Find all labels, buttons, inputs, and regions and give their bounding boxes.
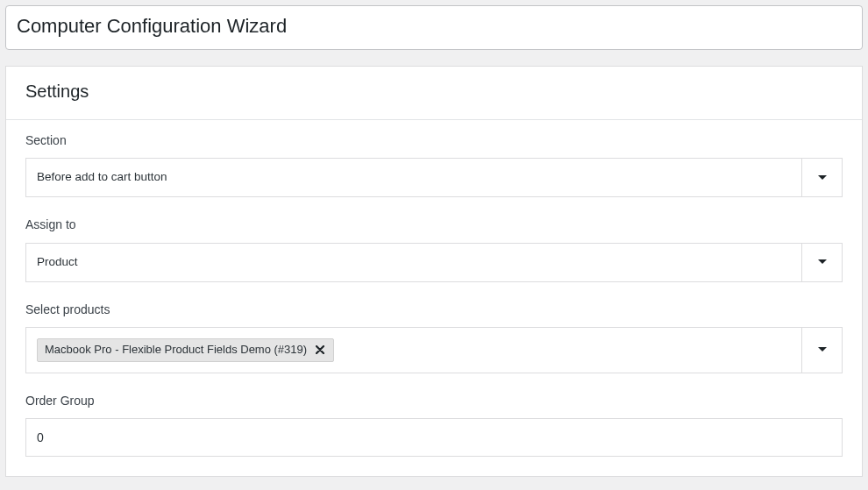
title-panel: Computer Configuration Wizard [5,5,863,50]
order-group-input[interactable] [25,418,843,457]
assign-to-label: Assign to [25,217,843,234]
section-dropdown-arrow [801,159,842,196]
section-row: Section Before add to cart button [25,132,843,197]
order-group-row: Order Group [25,393,843,458]
chevron-down-icon [817,346,828,353]
assign-to-dropdown-arrow [801,244,842,281]
chevron-down-icon [817,174,828,181]
settings-heading: Settings [25,79,843,103]
assign-to-select[interactable]: Product [25,243,843,282]
page-wrapper: Computer Configuration Wizard Settings S… [0,0,868,482]
product-chip-remove[interactable] [314,344,326,356]
assign-to-row: Assign to Product [25,217,843,281]
chevron-down-icon [817,259,828,266]
select-products-label: Select products [25,302,843,319]
settings-panel: Settings Section Before add to cart butt… [5,66,863,477]
select-products-value: Macbook Pro - Flexible Product Fields De… [26,328,801,372]
close-icon [316,345,324,354]
section-select[interactable]: Before add to cart button [25,158,843,197]
select-products-select[interactable]: Macbook Pro - Flexible Product Fields De… [25,327,843,373]
page-title: Computer Configuration Wizard [17,13,851,40]
settings-body: Section Before add to cart button Assign… [6,120,862,476]
select-products-dropdown-arrow [801,328,842,372]
section-label: Section [25,132,843,150]
select-products-row: Select products Macbook Pro - Flexible P… [25,302,843,373]
section-select-value: Before add to cart button [26,159,801,196]
settings-header: Settings [6,67,862,120]
order-group-label: Order Group [25,393,843,410]
assign-to-select-value: Product [26,244,801,281]
product-chip-label: Macbook Pro - Flexible Product Fields De… [45,342,307,358]
product-chip: Macbook Pro - Flexible Product Fields De… [37,338,334,361]
